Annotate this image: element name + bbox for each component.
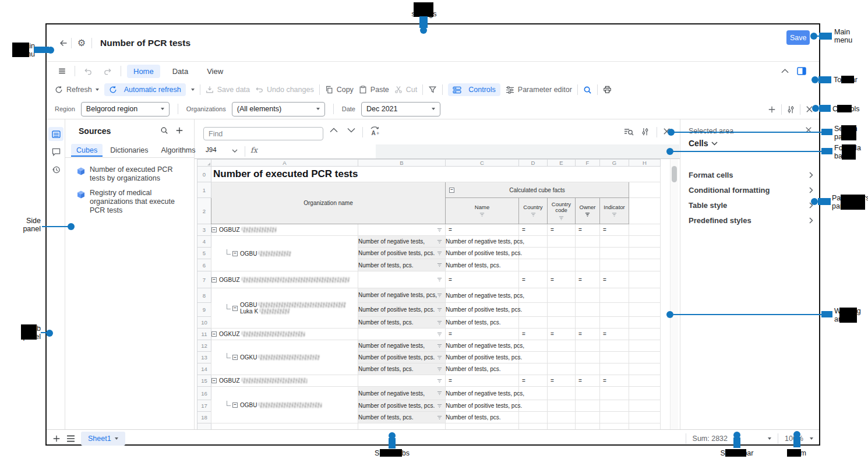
cell[interactable] [211, 423, 358, 430]
cell[interactable]: = [446, 375, 519, 387]
cell[interactable] [548, 352, 576, 363]
tab-view[interactable]: View [200, 65, 230, 78]
cell[interactable] [600, 248, 629, 259]
group-cell[interactable]: −OGKU [211, 340, 358, 375]
measure-cell[interactable]: Number of positive tests, pcs. [358, 400, 446, 412]
collapse-icon[interactable]: − [211, 227, 217, 232]
row-header[interactable]: 13 [197, 352, 211, 363]
cell[interactable] [629, 259, 661, 271]
cell[interactable]: = [519, 224, 548, 236]
measure-cell[interactable] [358, 224, 446, 236]
cell[interactable] [548, 317, 576, 329]
cell[interactable] [629, 375, 661, 387]
list-item[interactable]: Registry of medical organizations that e… [77, 189, 190, 215]
cell[interactable] [519, 412, 548, 423]
collapse-icon[interactable]: − [232, 251, 238, 256]
filter-icon[interactable] [585, 212, 590, 217]
cell[interactable]: Number of positive tests, pcs. [446, 303, 519, 317]
cell[interactable] [629, 248, 661, 259]
filter-icon[interactable] [531, 212, 536, 217]
find-next-icon[interactable] [347, 128, 355, 133]
collapse-icon[interactable]: − [211, 331, 217, 337]
find-options-icon[interactable]: A+ [369, 126, 380, 136]
filter-icon[interactable] [437, 343, 442, 348]
comments-tab-icon[interactable] [48, 145, 63, 159]
cell[interactable]: Number of positive tests, pcs. [446, 248, 519, 259]
cell[interactable] [600, 236, 629, 248]
cell[interactable] [576, 400, 600, 412]
cell[interactable]: Number of negative tests, pcs, [446, 340, 519, 352]
row-header[interactable]: 4 [197, 236, 211, 248]
cell[interactable] [629, 363, 661, 375]
print-icon[interactable] [603, 86, 612, 94]
cell[interactable] [548, 236, 576, 248]
add-control-button[interactable] [768, 105, 776, 114]
row-header[interactable]: 12 [197, 340, 211, 352]
org-name-header-cell[interactable]: Organization name [211, 182, 446, 224]
add-source-icon[interactable] [175, 126, 184, 135]
panel-item-predefined-styles[interactable]: Predefined styles [689, 214, 813, 227]
cell[interactable]: = [548, 271, 576, 288]
cell[interactable] [548, 340, 576, 352]
cell[interactable] [519, 423, 548, 430]
cell[interactable] [548, 400, 576, 412]
find-input[interactable] [203, 127, 323, 140]
cell[interactable] [629, 317, 661, 329]
measure-cell[interactable] [358, 329, 446, 340]
fx-icon[interactable]: fx [250, 146, 257, 154]
cell[interactable] [519, 303, 548, 317]
cell[interactable] [576, 363, 600, 375]
undo-icon[interactable] [81, 67, 95, 76]
save-button[interactable]: Save [786, 30, 810, 45]
row-header[interactable]: 18 [197, 412, 211, 423]
row-header[interactable]: 11 [197, 329, 211, 340]
cell[interactable] [519, 248, 548, 259]
filter-icon[interactable] [437, 227, 442, 232]
cell[interactable] [600, 288, 629, 303]
column-header[interactable]: H [629, 160, 661, 167]
gear-icon[interactable]: ⚙ [72, 37, 91, 48]
measure-cell[interactable]: Number of positive tests, pcs. [358, 303, 446, 317]
cell[interactable] [600, 412, 629, 423]
collapse-icon[interactable]: − [449, 188, 454, 193]
vertical-scrollbar[interactable] [670, 159, 678, 429]
fact-column-header[interactable]: Name [446, 198, 519, 224]
collapse-icon[interactable]: − [232, 402, 238, 408]
copy-button[interactable]: Copy [325, 86, 354, 94]
measure-cell[interactable]: Number of positive tests, pcs. [358, 352, 446, 363]
cell[interactable]: = [576, 375, 600, 387]
cell[interactable] [446, 423, 519, 430]
cell[interactable] [600, 363, 629, 375]
cell[interactable]: Number of negative tests, pcs, [446, 288, 519, 303]
cell[interactable] [600, 340, 629, 352]
sheet-title-cell[interactable]: Number of executed PCR tests [211, 167, 661, 182]
hamburger-icon[interactable] [55, 67, 69, 75]
filter-icon[interactable] [479, 212, 485, 217]
cell[interactable]: Number of negative tests, pcs, [446, 387, 519, 400]
filter-icon[interactable] [437, 320, 442, 325]
group-cell[interactable]: −OGBUZ [211, 271, 358, 288]
cell[interactable]: = [519, 375, 548, 387]
back-arrow-icon[interactable] [56, 38, 71, 48]
cell[interactable] [600, 317, 629, 329]
row-header[interactable]: 3 [197, 224, 211, 236]
filter-icon[interactable] [437, 293, 442, 298]
cell[interactable] [600, 303, 629, 317]
tab-dictionaries[interactable]: Dictionaries [105, 144, 153, 157]
row-header[interactable]: 9 [197, 303, 211, 317]
measure-cell[interactable]: Number of tests, pcs. [358, 412, 446, 423]
auto-refresh-caret[interactable] [191, 89, 195, 91]
control-settings-icon[interactable] [787, 105, 795, 114]
cell[interactable] [548, 387, 576, 400]
cell[interactable] [576, 288, 600, 303]
column-header[interactable]: E [548, 160, 576, 167]
add-sheet-icon[interactable] [52, 435, 61, 443]
cell[interactable] [629, 271, 661, 288]
cell[interactable] [519, 400, 548, 412]
cell[interactable] [576, 236, 600, 248]
select-all-corner[interactable] [197, 160, 211, 167]
parameter-editor-button[interactable]: Parameter editor [506, 86, 572, 94]
save-data-button[interactable]: Save data [206, 86, 250, 94]
cell[interactable] [629, 303, 661, 317]
column-header[interactable]: D [519, 160, 548, 167]
